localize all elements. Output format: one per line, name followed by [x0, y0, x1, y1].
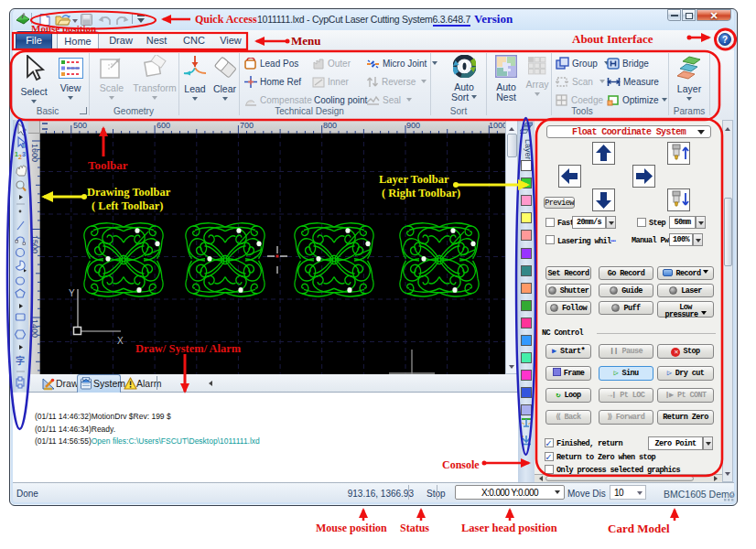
- svg-text:700: 700: [240, 121, 254, 130]
- svg-text:3: 3: [22, 151, 26, 157]
- svg-text:900: 900: [406, 121, 420, 130]
- svg-text:800: 800: [323, 121, 337, 130]
- svg-text:Y: Y: [69, 288, 75, 298]
- svg-text:1500: 1500: [30, 235, 39, 253]
- svg-text:X: X: [117, 336, 124, 346]
- svg-text:1000: 1000: [489, 121, 505, 130]
- svg-text:500: 500: [73, 121, 87, 130]
- svg-text:字: 字: [16, 355, 25, 366]
- svg-text:1400: 1400: [30, 319, 39, 338]
- svg-text:600: 600: [157, 121, 170, 130]
- svg-text:1600: 1600: [30, 144, 39, 162]
